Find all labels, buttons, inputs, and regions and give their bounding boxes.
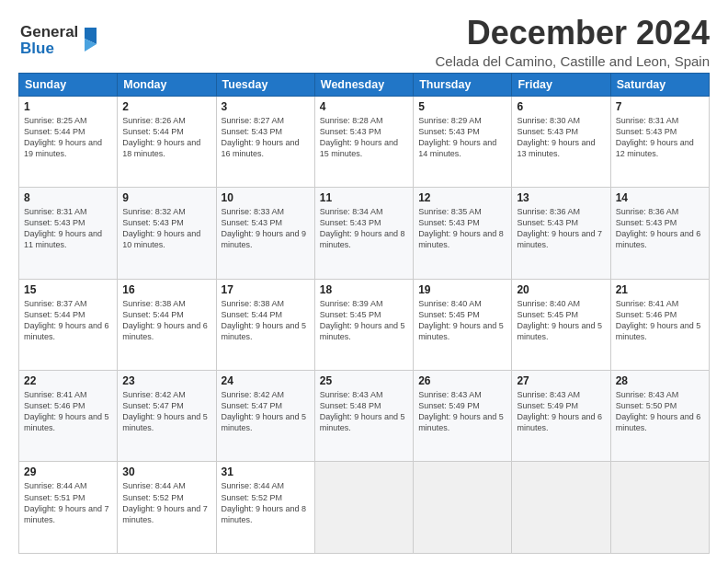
day-info: Sunrise: 8:41 AMSunset: 5:46 PMDaylight:… [616,298,704,343]
day-number: 20 [517,283,605,296]
logo: General Blue [18,18,101,63]
page: General Blue December 2024 Celada del Ca… [0,0,728,563]
col-sunday: Sunday [19,73,118,96]
table-row: 31Sunrise: 8:44 AMSunset: 5:52 PMDayligh… [216,462,314,554]
logo-svg: General Blue [18,18,101,59]
title-block: December 2024 Celada del Camino, Castill… [435,15,710,69]
table-row: 11Sunrise: 8:34 AMSunset: 5:43 PMDayligh… [314,188,413,279]
day-number: 23 [122,374,210,387]
day-info: Sunrise: 8:38 AMSunset: 5:44 PMDaylight:… [222,298,310,343]
day-number: 28 [616,374,704,387]
table-row: 8Sunrise: 8:31 AMSunset: 5:43 PMDaylight… [19,188,118,279]
day-info: Sunrise: 8:30 AMSunset: 5:43 PMDaylight:… [517,115,605,160]
day-number: 30 [122,465,210,478]
day-number: 31 [222,465,310,478]
calendar-week-4: 22Sunrise: 8:41 AMSunset: 5:46 PMDayligh… [19,371,710,462]
day-info: Sunrise: 8:36 AMSunset: 5:43 PMDaylight:… [616,206,704,251]
day-info: Sunrise: 8:31 AMSunset: 5:43 PMDaylight:… [616,115,704,160]
table-row: 10Sunrise: 8:33 AMSunset: 5:43 PMDayligh… [216,188,314,279]
table-row: 27Sunrise: 8:43 AMSunset: 5:49 PMDayligh… [512,371,610,462]
table-row: 7Sunrise: 8:31 AMSunset: 5:43 PMDaylight… [610,96,709,187]
day-number: 6 [517,100,605,113]
col-monday: Monday [118,73,216,96]
day-info: Sunrise: 8:37 AMSunset: 5:44 PMDaylight:… [24,298,112,343]
table-row: 1Sunrise: 8:25 AMSunset: 5:44 PMDaylight… [19,96,118,187]
table-row: 18Sunrise: 8:39 AMSunset: 5:45 PMDayligh… [314,279,413,370]
calendar-week-3: 15Sunrise: 8:37 AMSunset: 5:44 PMDayligh… [19,279,710,370]
svg-text:General: General [20,23,78,40]
table-row: 16Sunrise: 8:38 AMSunset: 5:44 PMDayligh… [118,279,216,370]
day-number: 14 [616,191,704,204]
table-row: 21Sunrise: 8:41 AMSunset: 5:46 PMDayligh… [610,279,709,370]
calendar-week-5: 29Sunrise: 8:44 AMSunset: 5:51 PMDayligh… [19,462,710,554]
day-number: 26 [418,374,506,387]
day-number: 8 [24,191,112,204]
day-info: Sunrise: 8:28 AMSunset: 5:43 PMDaylight:… [320,115,408,160]
day-number: 27 [517,374,605,387]
day-info: Sunrise: 8:40 AMSunset: 5:45 PMDaylight:… [517,298,605,343]
day-number: 29 [24,465,112,478]
day-number: 16 [122,283,210,296]
day-number: 12 [418,191,506,204]
table-row [512,462,610,554]
day-info: Sunrise: 8:44 AMSunset: 5:52 PMDaylight:… [122,480,210,525]
calendar-week-1: 1Sunrise: 8:25 AMSunset: 5:44 PMDaylight… [19,96,710,187]
day-info: Sunrise: 8:44 AMSunset: 5:51 PMDaylight:… [24,480,112,525]
col-wednesday: Wednesday [314,73,413,96]
table-row: 17Sunrise: 8:38 AMSunset: 5:44 PMDayligh… [216,279,314,370]
table-row [414,462,512,554]
day-number: 9 [122,191,210,204]
table-row: 30Sunrise: 8:44 AMSunset: 5:52 PMDayligh… [118,462,216,554]
col-saturday: Saturday [610,73,709,96]
day-info: Sunrise: 8:43 AMSunset: 5:49 PMDaylight:… [418,389,506,434]
day-number: 19 [418,283,506,296]
day-number: 15 [24,283,112,296]
table-row: 29Sunrise: 8:44 AMSunset: 5:51 PMDayligh… [19,462,118,554]
day-info: Sunrise: 8:35 AMSunset: 5:43 PMDaylight:… [418,206,506,251]
day-number: 3 [222,100,310,113]
day-info: Sunrise: 8:27 AMSunset: 5:43 PMDaylight:… [222,115,310,160]
day-number: 21 [616,283,704,296]
calendar-week-2: 8Sunrise: 8:31 AMSunset: 5:43 PMDaylight… [19,188,710,279]
table-row: 5Sunrise: 8:29 AMSunset: 5:43 PMDaylight… [414,96,512,187]
calendar-body: 1Sunrise: 8:25 AMSunset: 5:44 PMDaylight… [19,96,710,553]
day-info: Sunrise: 8:32 AMSunset: 5:43 PMDaylight:… [122,206,210,251]
col-friday: Friday [512,73,610,96]
day-info: Sunrise: 8:33 AMSunset: 5:43 PMDaylight:… [222,206,310,251]
day-info: Sunrise: 8:43 AMSunset: 5:50 PMDaylight:… [616,389,704,434]
day-info: Sunrise: 8:38 AMSunset: 5:44 PMDaylight:… [122,298,210,343]
table-row: 24Sunrise: 8:42 AMSunset: 5:47 PMDayligh… [216,371,314,462]
day-number: 1 [24,100,112,113]
table-row: 4Sunrise: 8:28 AMSunset: 5:43 PMDaylight… [314,96,413,187]
day-number: 22 [24,374,112,387]
day-number: 18 [320,283,408,296]
day-info: Sunrise: 8:43 AMSunset: 5:48 PMDaylight:… [320,389,408,434]
day-info: Sunrise: 8:36 AMSunset: 5:43 PMDaylight:… [517,206,605,251]
table-row: 6Sunrise: 8:30 AMSunset: 5:43 PMDaylight… [512,96,610,187]
month-title: December 2024 [435,15,710,52]
day-number: 7 [616,100,704,113]
table-row: 3Sunrise: 8:27 AMSunset: 5:43 PMDaylight… [216,96,314,187]
day-info: Sunrise: 8:44 AMSunset: 5:52 PMDaylight:… [222,480,310,525]
day-info: Sunrise: 8:39 AMSunset: 5:45 PMDaylight:… [320,298,408,343]
table-row: 22Sunrise: 8:41 AMSunset: 5:46 PMDayligh… [19,371,118,462]
day-info: Sunrise: 8:40 AMSunset: 5:45 PMDaylight:… [418,298,506,343]
day-info: Sunrise: 8:25 AMSunset: 5:44 PMDaylight:… [24,115,112,160]
day-number: 10 [222,191,310,204]
day-number: 11 [320,191,408,204]
location-title: Celada del Camino, Castille and Leon, Sp… [435,53,710,69]
table-row: 23Sunrise: 8:42 AMSunset: 5:47 PMDayligh… [118,371,216,462]
day-info: Sunrise: 8:26 AMSunset: 5:44 PMDaylight:… [122,115,210,160]
table-row: 14Sunrise: 8:36 AMSunset: 5:43 PMDayligh… [610,188,709,279]
day-number: 13 [517,191,605,204]
day-info: Sunrise: 8:29 AMSunset: 5:43 PMDaylight:… [418,115,506,160]
day-info: Sunrise: 8:42 AMSunset: 5:47 PMDaylight:… [222,389,310,434]
header-row: Sunday Monday Tuesday Wednesday Thursday… [19,73,710,96]
day-info: Sunrise: 8:31 AMSunset: 5:43 PMDaylight:… [24,206,112,251]
table-row: 26Sunrise: 8:43 AMSunset: 5:49 PMDayligh… [414,371,512,462]
col-thursday: Thursday [414,73,512,96]
svg-text:Blue: Blue [20,40,54,57]
table-row: 25Sunrise: 8:43 AMSunset: 5:48 PMDayligh… [314,371,413,462]
day-info: Sunrise: 8:34 AMSunset: 5:43 PMDaylight:… [320,206,408,251]
table-row: 28Sunrise: 8:43 AMSunset: 5:50 PMDayligh… [610,371,709,462]
